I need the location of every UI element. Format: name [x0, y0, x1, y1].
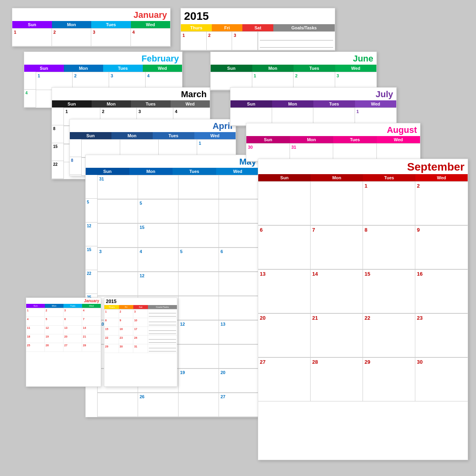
jan-sun-header: Sun	[12, 21, 52, 28]
apr-side-8: 8	[70, 157, 81, 175]
jul-mon-header: Mon	[272, 100, 314, 107]
jan-sat-cell: 3	[232, 32, 258, 50]
may-side-12: 12	[86, 223, 97, 246]
january-grid: 1 2 3 4	[12, 28, 170, 46]
sep-wed-header: Wed	[415, 174, 468, 181]
aug-mon-header: Mon	[290, 136, 334, 143]
sep-row3: 13 14 15 16	[258, 269, 468, 313]
january-right-page: 2015 Thurs Fri Sat Goals/Tasks 1 2 3	[180, 8, 335, 51]
january-title: January	[12, 8, 170, 21]
jan-wed-header: Wed	[131, 21, 171, 28]
year-title: 2015	[184, 10, 209, 23]
june-title: June	[353, 52, 376, 65]
sep-tue-header: Tues	[363, 174, 415, 181]
mar-tue-header: Tues	[131, 100, 171, 107]
mar-side-8: 8	[52, 125, 63, 143]
mar-side-22: 22	[52, 161, 63, 179]
feb-side-4: 4	[24, 90, 36, 107]
jun-sun-header: Sun	[211, 65, 252, 72]
july-page: July Sun Mon Tues Wed 1	[230, 87, 397, 126]
feb-mon-header: Mon	[64, 65, 104, 72]
thurs-header: Thurs	[181, 24, 212, 31]
september-title: September	[407, 159, 468, 174]
may-side-5: 5	[86, 199, 97, 223]
apr-mon-header: Mon	[111, 132, 153, 139]
jan-mon-header: Mon	[52, 21, 92, 28]
march-title: March	[181, 88, 210, 100]
sep-row5: 27 28 29 30	[258, 357, 468, 401]
sep-row2: 6 7 8 9	[258, 225, 468, 269]
september-page: September Sun Mon Tues Wed 1 2 6 7 8 9 1…	[258, 159, 468, 460]
jan-right-headers: Thurs Fri Sat Goals/Tasks	[181, 24, 335, 31]
sep-row1: 1 2	[258, 181, 468, 225]
may-sun-header: Sun	[86, 168, 129, 175]
fri-header: Fri	[212, 24, 243, 31]
sep-mon-header: Mon	[311, 174, 363, 181]
aug-tue-header: Tues	[333, 136, 377, 143]
february-title: February	[142, 52, 182, 65]
may-tue-header: Tues	[173, 168, 216, 175]
mar-mon-header: Mon	[92, 100, 131, 107]
january-day-headers: Sun Mon Tues Wed	[12, 21, 170, 28]
feb-side-1	[24, 72, 36, 90]
apr-sun-header: Sun	[70, 132, 111, 139]
jan-cell: 2	[52, 29, 92, 46]
mar-sun-header: Sun	[52, 100, 92, 107]
august-day-headers: Sun Mon Tues Wed	[246, 136, 420, 143]
feb-side: 4	[24, 72, 36, 107]
mar-side: 8 15 22	[52, 107, 64, 179]
august-title: August	[387, 123, 420, 136]
september-day-headers: Sun Mon Tues Wed	[258, 174, 468, 181]
august-page: August Sun Mon Tues Wed 30 31	[246, 123, 420, 162]
feb-tue-header: Tues	[103, 65, 143, 72]
mar-wed-header: Wed	[171, 100, 210, 107]
jun-tue-header: Tues	[294, 65, 335, 72]
january-page: January Sun Mon Tues Wed 1 2 3 4	[12, 8, 171, 47]
sep-row4: 20 21 22 23	[258, 313, 468, 357]
july-day-headers: Sun Mon Tues Wed	[230, 100, 396, 107]
sat-header: Sat	[242, 24, 273, 31]
may-mon-header: Mon	[129, 168, 173, 175]
june-page: June Sun Mon Tues Wed 1 2 3	[210, 52, 377, 90]
jan-cell: 3	[91, 29, 131, 46]
jul-wed-header: Wed	[355, 100, 397, 107]
jul-sun-header: Sun	[230, 100, 272, 107]
jun-mon-header: Mon	[252, 65, 294, 72]
apr-tue-header: Tues	[153, 132, 194, 139]
jan-right-row1: 1 2 3	[181, 31, 335, 50]
jan-tue-header: Tues	[91, 21, 131, 28]
may-wed-header: Wed	[216, 168, 260, 175]
jan-cell: 1	[12, 29, 52, 46]
jan-thu-cell: 1	[181, 32, 207, 50]
aug-wed-header: Wed	[377, 136, 420, 143]
jul-tue-header: Tues	[313, 100, 355, 107]
april-day-headers: Sun Mon Tues Wed	[70, 132, 236, 139]
preview-january: January Sun Mon Tues Wed 1 2 3 4 4 5 6 7…	[26, 298, 101, 387]
may-side-15: 15	[86, 246, 97, 270]
goals-header: Goals/Tasks	[273, 24, 335, 31]
feb-sun-header: Sun	[24, 65, 64, 72]
mar-side-15: 15	[52, 143, 63, 161]
july-title: July	[376, 88, 396, 100]
june-day-headers: Sun Mon Tues Wed	[211, 65, 376, 72]
may-side-22: 22	[86, 270, 97, 294]
jan-goals-cell	[258, 32, 335, 50]
february-day-headers: Sun Mon Tues Wed	[24, 65, 182, 72]
march-day-headers: Sun Mon Tues Wed	[52, 100, 210, 107]
aug-sun-header: Sun	[246, 136, 290, 143]
jun-wed-header: Wed	[335, 65, 377, 72]
feb-wed-header: Wed	[143, 65, 182, 72]
may-day-headers: Sun Mon Tues Wed	[86, 168, 259, 175]
preview-2015-side: 2015 Thurs Fri Sat Goals/Tasks 1 2 3 8 9…	[104, 298, 177, 387]
jan-fri-cell: 2	[207, 32, 232, 50]
apr-wed-header: Wed	[194, 132, 236, 139]
sep-sun-header: Sun	[258, 174, 311, 181]
jan-cell: 4	[131, 29, 171, 46]
